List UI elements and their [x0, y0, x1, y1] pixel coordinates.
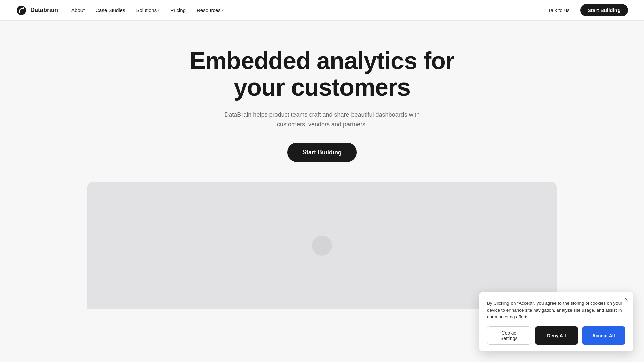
nav-links: About Case Studies Solutions ▾ Pricing R… [71, 7, 224, 13]
accept-all-button[interactable]: Accept All [582, 326, 625, 345]
cookie-close-button[interactable]: × [624, 296, 628, 303]
start-building-hero-button[interactable]: Start Building [287, 143, 357, 162]
logo-link[interactable]: Databrain [16, 5, 58, 16]
nav-item-solutions[interactable]: Solutions ▾ [136, 7, 160, 13]
resources-chevron-down-icon: ▾ [222, 8, 224, 12]
hero-title-line1: Embedded analytics for [190, 47, 454, 74]
nav-item-case-studies[interactable]: Case Studies [95, 7, 125, 13]
nav-solutions-dropdown[interactable]: Solutions ▾ [136, 7, 160, 13]
cookie-settings-button[interactable]: Cookie Settings [487, 326, 531, 345]
nav-item-resources[interactable]: Resources ▾ [197, 7, 224, 13]
deny-all-button[interactable]: Deny All [535, 326, 578, 345]
nav-about-link[interactable]: About [71, 7, 85, 13]
svg-point-0 [17, 6, 26, 15]
nav-solutions-label: Solutions [136, 7, 157, 13]
nav-item-pricing[interactable]: Pricing [170, 7, 186, 13]
nav-left: Databrain About Case Studies Solutions ▾… [16, 5, 224, 16]
navbar: Databrain About Case Studies Solutions ▾… [0, 0, 644, 21]
start-building-nav-button[interactable]: Start Building [580, 4, 628, 16]
nav-item-about[interactable]: About [71, 7, 85, 13]
demo-inner [87, 182, 557, 309]
hero-title: Embedded analytics for your customers [190, 48, 454, 101]
talk-to-us-button[interactable]: Talk to us [543, 5, 575, 16]
solutions-chevron-down-icon: ▾ [158, 8, 160, 12]
cookie-buttons: Cookie Settings Deny All Accept All [487, 326, 625, 345]
hero-title-line2: your customers [234, 74, 410, 101]
nav-case-studies-link[interactable]: Case Studies [95, 7, 125, 13]
nav-resources-label: Resources [197, 7, 221, 13]
databrain-logo-icon [16, 5, 27, 16]
nav-resources-dropdown[interactable]: Resources ▾ [197, 7, 224, 13]
brand-name: Databrain [30, 7, 58, 14]
cookie-banner: × By Clicking on "Accept", you agree to … [479, 292, 633, 351]
demo-area [87, 182, 557, 309]
demo-placeholder-circle [312, 236, 332, 256]
nav-pricing-link[interactable]: Pricing [170, 7, 186, 13]
cookie-text: By Clicking on "Accept", you agree to th… [487, 300, 625, 320]
hero-section: Embedded analytics for your customers Da… [173, 21, 471, 182]
main-content: Embedded analytics for your customers Da… [0, 0, 644, 309]
nav-right: Talk to us Start Building [543, 4, 628, 16]
svg-point-1 [22, 7, 24, 9]
hero-subtitle: DataBrain helps product teams craft and … [221, 110, 423, 129]
